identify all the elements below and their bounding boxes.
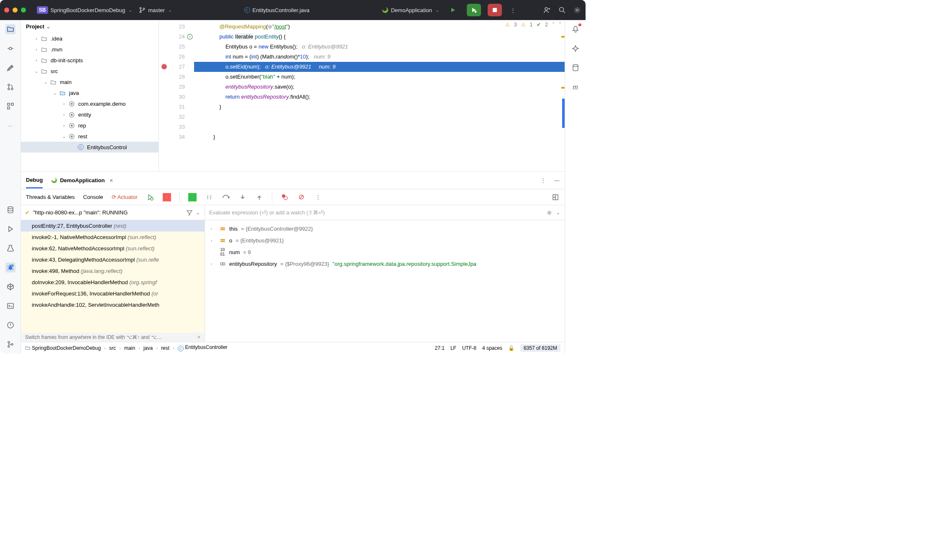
close-session-icon[interactable]: × (110, 177, 113, 183)
vcs-tool-icon[interactable] (5, 339, 15, 349)
build-tool-icon[interactable] (5, 243, 15, 253)
mute-breakpoints-icon[interactable] (297, 193, 306, 201)
debug-tab[interactable]: Debug (26, 173, 43, 188)
breadcrumb-item[interactable]: java (143, 345, 153, 351)
stop-button[interactable] (488, 4, 502, 16)
variable-row[interactable]: 1001num = 9 (205, 246, 565, 258)
debug-tool-icon[interactable] (5, 262, 15, 272)
view-breakpoints-icon[interactable] (281, 193, 289, 201)
add-watch-icon[interactable]: ⊕ (547, 209, 552, 216)
step-into-icon[interactable] (238, 193, 247, 201)
resume-icon[interactable] (188, 193, 197, 201)
editor-gutter[interactable]: 232425262728293031323334 (159, 20, 194, 171)
terminal-tool-icon[interactable] (5, 301, 15, 311)
code-editor[interactable]: 232425262728293031323334 @RequestMapping… (159, 20, 565, 171)
tree-row[interactable]: ›db-init-scripts (21, 55, 159, 66)
hide-tool-window-icon[interactable]: — (554, 177, 560, 183)
notifications-icon[interactable] (570, 24, 581, 34)
actuator-tab[interactable]: ⟳ Actuator (112, 191, 138, 203)
commit-tool-icon[interactable] (5, 43, 15, 53)
breadcrumb-item[interactable]: rest (161, 345, 169, 351)
more-actions-icon[interactable]: ⋮ (509, 6, 517, 14)
variable-row[interactable]: ›o = {Entitybus@9921} (205, 234, 565, 246)
structure-tool-icon[interactable] (5, 101, 15, 111)
git-branch-selector[interactable]: master (139, 7, 172, 13)
run-config-selector[interactable]: DemoApplication (382, 7, 439, 13)
stack-frame[interactable]: invoke:498, Method (java.lang.reflect) (21, 265, 205, 277)
cursor-position[interactable]: 27:1 (435, 345, 445, 351)
project-tool-icon[interactable] (5, 24, 15, 34)
stack-frame[interactable]: invoke0:-1, NativeMethodAccessorImpl (su… (21, 232, 205, 243)
ai-assistant-icon[interactable] (570, 43, 581, 53)
error-stripe[interactable] (560, 20, 565, 171)
breadcrumb-item[interactable]: main (124, 345, 135, 351)
maven-icon[interactable]: m (570, 82, 581, 92)
tree-row[interactable]: ⌄src (21, 66, 159, 76)
console-tab[interactable]: Console (83, 191, 103, 203)
stack-frame[interactable]: invokeAndHandle:102, ServletInvocableHan… (21, 299, 205, 311)
editor-code-area[interactable]: @RequestMapping(⊕"/post") public Iterabl… (194, 20, 565, 171)
database-tool-icon[interactable] (5, 205, 15, 215)
step-over-icon[interactable] (222, 193, 230, 201)
debug-more-icon[interactable]: ⋮ (314, 193, 322, 201)
prev-highlight-icon[interactable]: ˄ (552, 22, 555, 28)
memory-indicator[interactable]: 6357 of 8192M (520, 344, 560, 352)
search-everywhere-icon[interactable] (558, 6, 566, 14)
run-button[interactable] (446, 4, 460, 16)
code-with-me-icon[interactable] (543, 6, 551, 14)
breadcrumb-item[interactable]: SpringBootDockerDemoDebug (25, 345, 101, 351)
tree-row[interactable]: ›.idea (21, 33, 159, 44)
thread-selector-row[interactable]: ✔ "http-nio-8080-ex...p "main": RUNNING … (21, 205, 205, 220)
readonly-toggle-icon[interactable]: 🔓 (508, 345, 514, 351)
stack-frame[interactable]: invoke:43, DelegatingMethodAccessorImpl … (21, 254, 205, 265)
project-selector[interactable]: SB SpringBootDockerDemoDebug (37, 6, 132, 14)
tree-row[interactable]: ›rep (21, 120, 159, 131)
step-out-icon[interactable] (255, 193, 263, 201)
project-tree[interactable]: ›.idea›.mvn›db-init-scripts⌄src⌄main⌄jav… (21, 33, 159, 171)
line-separator[interactable]: LF (450, 345, 456, 351)
debug-session-tab[interactable]: DemoApplication × (51, 173, 113, 188)
tree-row[interactable]: ›entity (21, 109, 159, 120)
stack-frame[interactable]: doInvoke:209, InvocableHandlerMethod (or… (21, 277, 205, 288)
run-tool-icon[interactable] (5, 224, 15, 234)
more-tools-icon[interactable]: ··· (5, 120, 15, 130)
stack-frame[interactable]: invokeForRequest:136, InvocableHandlerMe… (21, 288, 205, 299)
stack-frame[interactable]: postEntity:27, EntitybusController (rest… (21, 220, 205, 232)
layout-settings-icon[interactable] (551, 193, 560, 201)
frames-list[interactable]: postEntity:27, EntitybusController (rest… (21, 220, 205, 333)
maximize-window-button[interactable] (21, 8, 26, 13)
close-hint-icon[interactable]: × (197, 334, 200, 340)
breadcrumb-item[interactable]: C EntitybusController (178, 344, 228, 351)
file-encoding[interactable]: UTF-8 (462, 345, 476, 351)
pull-requests-tool-icon[interactable] (5, 82, 15, 92)
eval-dropdown-icon[interactable]: ⌄ (556, 209, 560, 216)
breadcrumbs[interactable]: SpringBootDockerDemoDebug›src›main›java›… (25, 344, 228, 351)
open-file-tab[interactable]: C EntitybusController.java (244, 7, 310, 13)
tree-row[interactable]: ›com.example.demo (21, 98, 159, 109)
services-tool-icon[interactable] (5, 282, 15, 292)
bookmarks-tool-icon[interactable] (5, 63, 15, 73)
debug-options-icon[interactable]: ⋮ (540, 177, 546, 183)
threads-variables-tab[interactable]: Threads & Variables (26, 191, 75, 203)
minimize-window-button[interactable] (13, 8, 18, 13)
tree-row[interactable]: ›.mvn (21, 44, 159, 55)
indent-settings[interactable]: 4 spaces (482, 345, 502, 351)
tree-row[interactable]: ⌄main (21, 76, 159, 87)
project-pane-header[interactable]: Project ⌄ (21, 20, 159, 33)
problems-tool-icon[interactable] (5, 320, 15, 330)
filter-icon[interactable] (187, 210, 192, 216)
stack-frame[interactable]: invoke:62, NativeMethodAccessorImpl (sun… (21, 243, 205, 254)
stop-debug-icon[interactable] (163, 193, 171, 201)
variable-row[interactable]: ›this = {EntitybusController@9922} (205, 223, 565, 234)
tree-row[interactable]: CEntitybusControl (21, 142, 159, 153)
variables-list[interactable]: ›this = {EntitybusController@9922}›o = {… (205, 220, 565, 342)
thread-dropdown-icon[interactable]: ⌄ (196, 209, 200, 216)
debug-run-button[interactable] (467, 4, 481, 16)
tree-row[interactable]: ⌄java (21, 87, 159, 98)
close-window-button[interactable] (4, 8, 9, 13)
database-right-icon[interactable] (570, 63, 581, 73)
variable-row[interactable]: ›entitybusRepository = {$Proxy96@9923} "… (205, 258, 565, 270)
inspection-widget[interactable]: ⚠3 ⚠1 ✔2 ˄ ˅ (505, 22, 561, 28)
rerun-icon[interactable] (146, 193, 154, 201)
settings-icon[interactable] (573, 6, 581, 14)
